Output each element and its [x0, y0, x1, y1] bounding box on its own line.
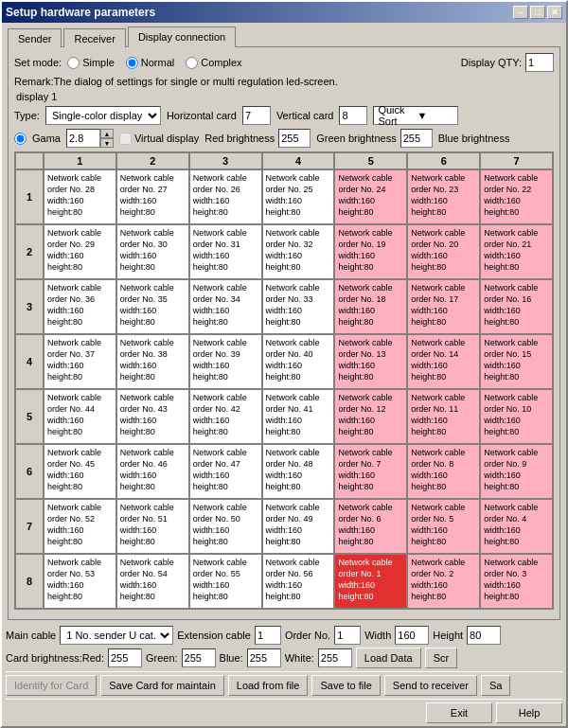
card-red-input[interactable] [108, 648, 142, 667]
grid-cell-r7-c6[interactable]: Network cableorder No. 5width:160height:… [407, 499, 480, 554]
grid-cell-r1-c5[interactable]: Network cableorder No. 24width:160height… [334, 169, 407, 224]
ext-cable-input[interactable] [255, 626, 281, 645]
grid-cell-r8-c5[interactable]: Network cableorder No. 1width:160height:… [334, 554, 407, 609]
grid-cell-r6-c7[interactable]: Network cableorder No. 9width:160height:… [480, 444, 553, 499]
grid-cell-r8-c3[interactable]: Network cableorder No. 55width:160height… [189, 554, 262, 609]
grid-cell-r3-c2[interactable]: Network cableorder No. 35width:160height… [116, 279, 189, 334]
minimize-button[interactable]: ─ [513, 6, 528, 19]
grid-cell-r1-c3[interactable]: Network cableorder No. 26width:160height… [189, 169, 262, 224]
identify-card-button[interactable]: Identify for Card [6, 675, 97, 696]
grid-cell-r5-c6[interactable]: Network cableorder No. 11width:160height… [407, 389, 480, 444]
grid-cell-r4-c5[interactable]: Network cableorder No. 13width:160height… [334, 334, 407, 389]
v-card-input[interactable] [339, 106, 367, 125]
grid-cell-r3-c6[interactable]: Network cableorder No. 17width:160height… [407, 279, 480, 334]
grid-cell-r7-c2[interactable]: Network cableorder No. 51width:160height… [116, 499, 189, 554]
grid-cell-r6-c4[interactable]: Network cableorder No. 48width:160height… [262, 444, 335, 499]
grid-cell-r8-c4[interactable]: Network cableorder No. 56width:160height… [262, 554, 335, 609]
order-no-input[interactable] [334, 626, 361, 645]
grid-cell-r7-c7[interactable]: Network cableorder No. 4width:160height:… [480, 499, 553, 554]
grid-cell-r6-c5[interactable]: Network cableorder No. 7width:160height:… [334, 444, 407, 499]
grid-cell-r8-c2[interactable]: Network cableorder No. 54width:160height… [116, 554, 189, 609]
sa-button[interactable]: Sa [481, 675, 510, 696]
grid-cell-r5-c4[interactable]: Network cableorder No. 41width:160height… [262, 389, 335, 444]
radio-simple[interactable] [67, 57, 80, 69]
help-button[interactable]: Help [496, 702, 562, 723]
radio-gama[interactable] [14, 133, 27, 145]
grid-cell-r8-c1[interactable]: Network cableorder No. 53width:160height… [44, 554, 116, 609]
grid-cell-r2-c7[interactable]: Network cableorder No. 21width:160height… [480, 224, 553, 279]
radio-complex[interactable] [186, 57, 198, 69]
grid-cell-r2-c4[interactable]: Network cableorder No. 32width:160height… [262, 224, 335, 279]
gama-input[interactable] [66, 129, 100, 148]
grid-cell-r6-c6[interactable]: Network cableorder No. 8width:160height:… [407, 444, 480, 499]
grid-cell-r5-c3[interactable]: Network cableorder No. 42width:160height… [189, 389, 262, 444]
tab-receiver[interactable]: Receiver [63, 28, 125, 47]
exit-button[interactable]: Exit [426, 702, 492, 723]
grid-cell-r7-c3[interactable]: Network cableorder No. 50width:160height… [189, 499, 262, 554]
grid-cell-r1-c7[interactable]: Network cableorder No. 22width:160height… [480, 169, 553, 224]
close-button[interactable]: ✕ [547, 6, 562, 19]
grid-cell-r1-c2[interactable]: Network cableorder No. 27width:160height… [116, 169, 189, 224]
mode-simple[interactable]: Simple [67, 57, 115, 69]
grid-cell-r3-c3[interactable]: Network cableorder No. 34width:160height… [189, 279, 262, 334]
grid-cell-r7-c5[interactable]: Network cableorder No. 6width:160height:… [334, 499, 407, 554]
scr-button[interactable]: Scr [425, 648, 458, 668]
grid-cell-r3-c5[interactable]: Network cableorder No. 18width:160height… [334, 279, 407, 334]
grid-cell-r4-c4[interactable]: Network cableorder No. 40width:160height… [262, 334, 335, 389]
card-white-input[interactable] [318, 648, 352, 667]
load-from-file-button[interactable]: Load from file [228, 675, 309, 696]
grid-cell-r3-c4[interactable]: Network cableorder No. 33width:160height… [262, 279, 335, 334]
grid-cell-r2-c6[interactable]: Network cableorder No. 20width:160height… [407, 224, 480, 279]
width-input[interactable] [395, 626, 429, 645]
red-brightness-input[interactable] [278, 129, 311, 148]
grid-cell-r7-c1[interactable]: Network cableorder No. 52width:160height… [44, 499, 116, 554]
save-to-file-button[interactable]: Save to file [311, 675, 380, 696]
green-brightness-input[interactable] [400, 129, 433, 148]
grid-cell-r2-c3[interactable]: Network cableorder No. 31width:160height… [189, 224, 262, 279]
grid-cell-r1-c1[interactable]: Network cableorder No. 28width:160height… [44, 169, 116, 224]
grid-cell-r7-c4[interactable]: Network cableorder No. 49width:160height… [262, 499, 335, 554]
tab-display-connection[interactable]: Display connection [128, 27, 236, 47]
mode-complex[interactable]: Complex [186, 57, 241, 69]
grid-cell-r5-c2[interactable]: Network cableorder No. 43width:160height… [116, 389, 189, 444]
grid-cell-r1-c6[interactable]: Network cableorder No. 23width:160height… [407, 169, 480, 224]
load-data-button[interactable]: Load Data [356, 648, 421, 668]
card-green-input[interactable] [182, 648, 216, 667]
grid-cell-r2-c2[interactable]: Network cableorder No. 30width:160height… [116, 224, 189, 279]
gama-up[interactable]: ▲ [100, 129, 114, 138]
grid-cell-r6-c1[interactable]: Network cableorder No. 45width:160height… [44, 444, 116, 499]
h-card-input[interactable] [242, 106, 271, 125]
save-card-button[interactable]: Save Card for maintain [100, 675, 224, 696]
send-to-receiver-button[interactable]: Send to receiver [384, 675, 477, 696]
grid-cell-r4-c3[interactable]: Network cableorder No. 39width:160height… [189, 334, 262, 389]
display-qty-input[interactable] [525, 53, 554, 72]
quick-sort-button[interactable]: Quick Sort ▼ [373, 106, 458, 125]
virtual-check[interactable] [119, 133, 132, 145]
type-select[interactable]: Single-color display [45, 106, 161, 125]
main-cable-select[interactable]: 1 No. sender U cat. [60, 626, 173, 645]
grid-cell-r5-c1[interactable]: Network cableorder No. 44width:160height… [44, 389, 116, 444]
grid-cell-r4-c2[interactable]: Network cableorder No. 38width:160height… [116, 334, 189, 389]
grid-cell-r2-c1[interactable]: Network cableorder No. 29width:160height… [44, 224, 116, 279]
grid-cell-r5-c5[interactable]: Network cableorder No. 12width:160height… [334, 389, 407, 444]
grid-cell-r5-c7[interactable]: Network cableorder No. 10width:160height… [480, 389, 553, 444]
tab-sender[interactable]: Sender [8, 28, 62, 47]
grid-cell-r6-c3[interactable]: Network cableorder No. 47width:160height… [189, 444, 262, 499]
grid-cell-r6-c2[interactable]: Network cableorder No. 46width:160height… [116, 444, 189, 499]
grid-cell-r3-c7[interactable]: Network cableorder No. 16width:160height… [480, 279, 553, 334]
grid-cell-r2-c5[interactable]: Network cableorder No. 19width:160height… [334, 224, 407, 279]
grid-cell-r8-c7[interactable]: Network cableorder No. 3width:160height:… [480, 554, 553, 609]
gama-down[interactable]: ▼ [100, 138, 114, 148]
grid-cell-r3-c1[interactable]: Network cableorder No. 36width:160height… [44, 279, 116, 334]
height-input[interactable] [467, 626, 501, 645]
grid-cell-r1-c4[interactable]: Network cableorder No. 25width:160height… [262, 169, 335, 224]
virtual-display-checkbox[interactable]: Virtual display [119, 133, 199, 145]
card-blue-input[interactable] [247, 648, 281, 667]
grid-cell-r4-c6[interactable]: Network cableorder No. 14width:160height… [407, 334, 480, 389]
grid-cell-r4-c1[interactable]: Network cableorder No. 37width:160height… [44, 334, 116, 389]
grid-cell-r8-c6[interactable]: Network cableorder No. 2width:160height:… [407, 554, 480, 609]
maximize-button[interactable]: □ [530, 6, 545, 19]
grid-cell-r4-c7[interactable]: Network cableorder No. 15width:160height… [480, 334, 553, 389]
mode-normal[interactable]: Normal [126, 57, 174, 69]
radio-normal[interactable] [126, 57, 138, 69]
